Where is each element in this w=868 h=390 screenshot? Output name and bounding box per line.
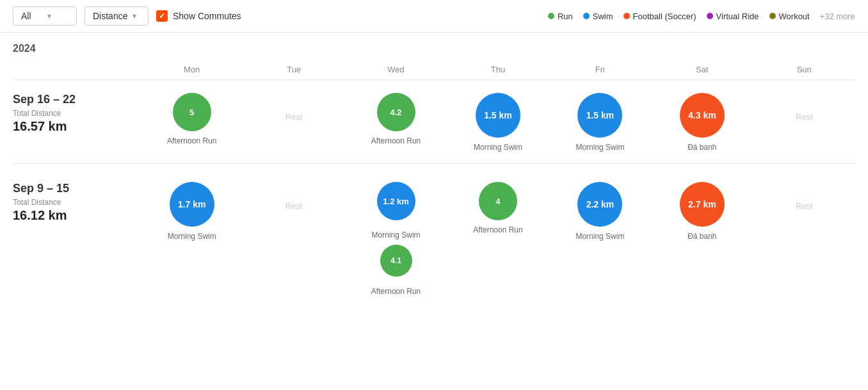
week2-fri-label: Morning Swim <box>575 232 624 241</box>
week2-fri-cell: 2.2 km Morning Swim <box>549 169 651 302</box>
day-header-thu: Thu <box>447 60 549 80</box>
workout-dot-icon <box>769 13 776 19</box>
legend-item-virtualride: Virtual Ride <box>707 12 759 21</box>
week-label-sep9: Sep 9 – 15 Total Distance 16.12 km <box>13 169 141 302</box>
year-label: 2024 <box>13 33 855 60</box>
run-dot-icon <box>548 13 554 19</box>
week1-sat-cell: 4.3 km Đá banh <box>651 80 753 158</box>
week2-wed-cell: 1.2 km Morning Swim 4.1 Afternoon Run <box>345 169 447 302</box>
week1-thu-cell: 1.5 km Morning Swim <box>447 80 549 158</box>
week1-sun-rest: Rest <box>796 93 813 122</box>
week2-sat-activity[interactable]: 2.7 km <box>680 182 725 227</box>
week-distance-sep16: 16.57 km <box>13 119 141 134</box>
week2-mon-activity[interactable]: 1.7 km <box>170 182 214 227</box>
week2-sun-rest: Rest <box>796 182 813 211</box>
week1-thu-activity[interactable]: 1.5 km <box>476 93 520 138</box>
week2-sat-cell: 2.7 km Đá banh <box>651 169 753 302</box>
week2-thu-cell: 4 Afternoon Run <box>447 169 549 302</box>
week1-wed-cell: 4.2 Afternoon Run <box>345 80 447 158</box>
week2-tue-cell: Rest <box>243 169 344 302</box>
week2-mon-cell: 1.7 km Morning Swim <box>141 169 243 302</box>
week1-fri-cell: 1.5 km Morning Swim <box>549 80 651 158</box>
week2-wed-activity1[interactable]: 1.2 km <box>377 182 415 220</box>
week-meta-sep9: Total Distance <box>13 198 141 207</box>
activity-legend: Run Swim Football (Soccer) Virtual Ride … <box>548 12 855 21</box>
week1-thu-label: Morning Swim <box>474 143 522 152</box>
week1-tue-rest: Rest <box>285 93 303 122</box>
virtualride-dot-icon <box>707 13 713 19</box>
show-commutes-checkbox[interactable]: ✓ <box>156 10 168 22</box>
week1-fri-activity[interactable]: 1.5 km <box>577 93 622 138</box>
metric-filter-dropdown[interactable]: Distance ▾ <box>84 6 149 26</box>
header-spacer <box>13 60 141 80</box>
type-filter-dropdown[interactable]: All ▾ <box>13 6 77 26</box>
week-distance-sep9: 16.12 km <box>13 208 141 223</box>
week1-mon-activity[interactable]: 5 <box>173 93 211 131</box>
week-title-sep16: Sep 16 – 22 <box>13 93 141 106</box>
week2-mon-label: Morning Swim <box>168 232 216 241</box>
week2-wed-label2: Afternoon Run <box>371 287 421 296</box>
type-filter-chevron-icon: ▾ <box>47 12 68 20</box>
week1-sat-label: Đá banh <box>687 143 716 152</box>
football-dot-icon <box>623 13 630 19</box>
week2-wed-label1: Morning Swim <box>372 231 421 240</box>
virtualride-legend-label: Virtual Ride <box>716 12 759 21</box>
more-activities-link[interactable]: +32 more <box>820 12 855 21</box>
show-commutes-label: Show Commutes <box>173 11 241 21</box>
week1-sun-cell: Rest <box>753 80 855 158</box>
swim-dot-icon <box>583 13 590 19</box>
legend-item-workout: Workout <box>769 12 810 21</box>
week-meta-sep16: Total Distance <box>13 109 141 118</box>
week2-thu-label: Afternoon Run <box>473 225 522 234</box>
type-filter-label: All <box>21 11 42 21</box>
day-header-wed: Wed <box>345 60 447 80</box>
week2-sat-label: Đá banh <box>687 232 716 241</box>
day-header-sat: Sat <box>651 60 753 80</box>
legend-item-football: Football (Soccer) <box>623 12 696 21</box>
show-commutes-toggle[interactable]: ✓ Show Commutes <box>156 10 241 22</box>
day-header-fri: Fri <box>549 60 651 80</box>
calendar-container: 2024 Mon Tue Wed Thu Fri Sat Sun Sep 16 … <box>0 33 868 302</box>
week1-tue-cell: Rest <box>243 80 344 158</box>
metric-filter-label: Distance <box>93 11 127 21</box>
week1-wed-activity[interactable]: 4.2 <box>377 93 415 131</box>
workout-legend-label: Workout <box>779 12 810 21</box>
week1-fri-label: Morning Swim <box>575 143 624 152</box>
calendar-grid: Mon Tue Wed Thu Fri Sat Sun Sep 16 – 22 … <box>13 60 855 302</box>
week2-tue-rest: Rest <box>285 182 303 211</box>
top-bar: All ▾ Distance ▾ ✓ Show Commutes Run Swi… <box>0 0 868 33</box>
week2-fri-activity[interactable]: 2.2 km <box>577 182 622 227</box>
week-separator-1 <box>13 163 855 164</box>
week1-mon-cell: 5 Afternoon Run <box>141 80 243 158</box>
week1-wed-label: Afternoon Run <box>371 136 421 145</box>
week1-sat-activity[interactable]: 4.3 km <box>680 93 725 138</box>
day-header-mon: Mon <box>141 60 243 80</box>
metric-filter-chevron-icon: ▾ <box>133 12 140 20</box>
legend-item-run: Run <box>548 12 573 21</box>
week-label-sep16: Sep 16 – 22 Total Distance 16.57 km <box>13 80 141 158</box>
week2-sun-cell: Rest <box>753 169 855 302</box>
day-header-tue: Tue <box>243 60 344 80</box>
day-header-sun: Sun <box>753 60 855 80</box>
swim-legend-label: Swim <box>593 12 613 21</box>
week1-mon-label: Afternoon Run <box>167 136 216 145</box>
week2-wed-activity2[interactable]: 4.1 <box>380 245 412 277</box>
legend-item-swim: Swim <box>583 12 613 21</box>
week2-wed-multi: 1.2 km Morning Swim 4.1 Afternoon Run <box>371 182 421 296</box>
football-legend-label: Football (Soccer) <box>633 12 696 21</box>
week-title-sep9: Sep 9 – 15 <box>13 182 141 195</box>
week2-thu-activity[interactable]: 4 <box>479 182 517 220</box>
run-legend-label: Run <box>558 12 573 21</box>
